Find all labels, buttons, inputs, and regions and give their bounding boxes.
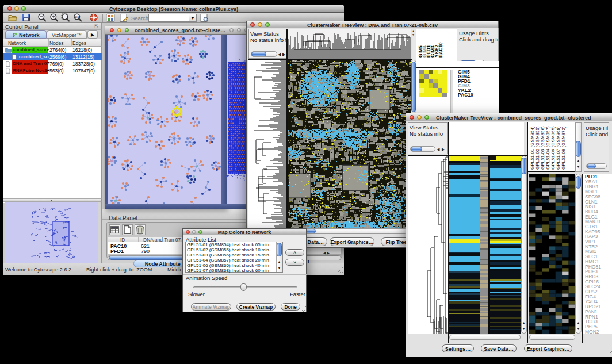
svg-text:1:1: 1:1 [75, 16, 79, 18]
